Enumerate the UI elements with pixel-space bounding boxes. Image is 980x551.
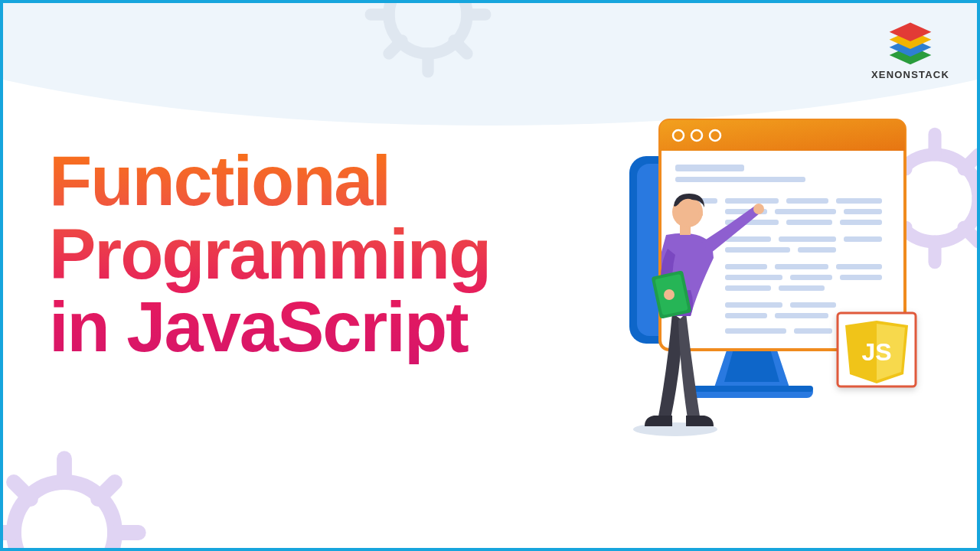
svg-line-24	[964, 227, 978, 242]
svg-rect-60	[790, 275, 832, 280]
svg-rect-47	[844, 209, 882, 214]
svg-line-6	[454, 41, 467, 54]
svg-rect-57	[775, 264, 828, 269]
svg-rect-43	[786, 198, 828, 204]
svg-rect-49	[786, 220, 832, 225]
headline-line-2: Programming	[49, 215, 490, 293]
brand-logo: XENONSTACK	[871, 21, 949, 80]
js-label: JS	[861, 338, 891, 366]
svg-point-72	[753, 204, 764, 214]
svg-rect-67	[775, 313, 828, 318]
svg-rect-42	[725, 198, 779, 204]
js-badge-icon: JS	[838, 313, 916, 386]
svg-rect-52	[779, 236, 836, 242]
svg-rect-50	[840, 220, 882, 225]
svg-rect-39	[675, 165, 744, 171]
svg-rect-51	[725, 236, 771, 242]
svg-rect-65	[790, 302, 836, 308]
svg-rect-66	[725, 313, 767, 318]
svg-rect-58	[836, 264, 882, 269]
headline-line-3: in JavaScript	[49, 288, 468, 366]
svg-line-16	[98, 482, 115, 499]
svg-rect-59	[725, 275, 782, 280]
svg-rect-56	[725, 264, 767, 269]
svg-rect-44	[836, 198, 882, 204]
svg-rect-68	[725, 328, 786, 334]
svg-rect-55	[798, 247, 836, 253]
svg-line-25	[964, 155, 978, 169]
svg-point-75	[664, 289, 675, 300]
svg-rect-64	[725, 302, 782, 308]
headline-line-1: Functional	[49, 142, 390, 220]
brand-name: XENONSTACK	[871, 69, 949, 80]
stack-icon	[883, 21, 938, 64]
svg-rect-62	[725, 285, 771, 291]
svg-rect-53	[844, 236, 882, 242]
svg-line-14	[14, 482, 31, 499]
svg-line-8	[389, 41, 402, 54]
svg-rect-40	[675, 177, 805, 182]
svg-rect-61	[840, 275, 882, 280]
page-title: Functional Programming in JavaScript	[49, 145, 490, 364]
hero-illustration: JS	[599, 114, 928, 458]
gear-icon	[363, 0, 493, 80]
svg-rect-63	[779, 285, 825, 291]
svg-rect-69	[794, 328, 832, 334]
svg-rect-46	[775, 209, 836, 214]
svg-rect-54	[725, 247, 790, 253]
gear-icon	[0, 448, 149, 551]
svg-rect-34	[691, 386, 813, 392]
